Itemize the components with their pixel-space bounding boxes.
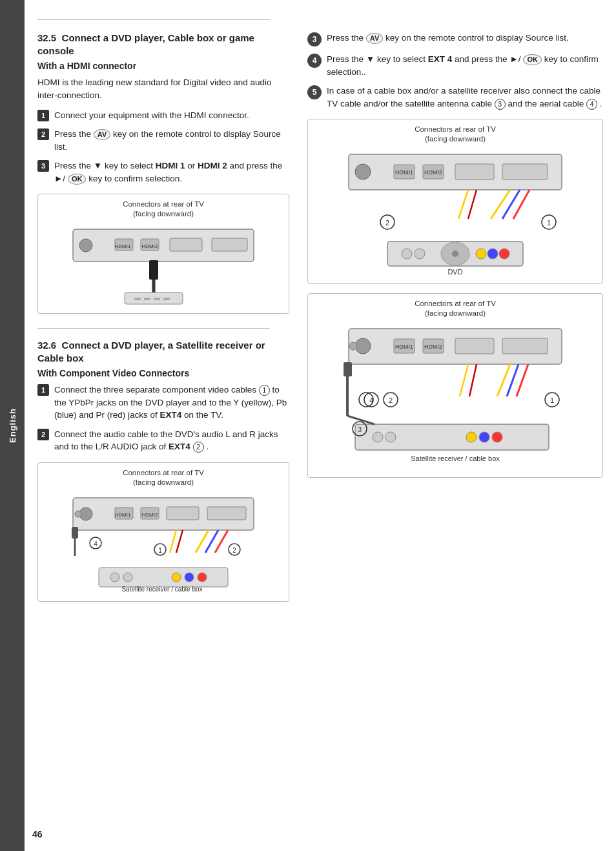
hdmi-diagram-box: Connectors at rear of TV (facing downwar… bbox=[37, 194, 289, 314]
sidebar: English bbox=[0, 0, 25, 851]
svg-line-52 bbox=[491, 190, 510, 219]
sat-right-title1: Connectors at rear of TV bbox=[415, 300, 496, 307]
circle-2: 2 bbox=[193, 442, 204, 453]
svg-text:HDMI2: HDMI2 bbox=[424, 169, 442, 176]
svg-rect-13 bbox=[154, 298, 160, 300]
svg-rect-84 bbox=[344, 362, 352, 376]
top-divider bbox=[37, 19, 270, 20]
step-5-right: 5 In case of a cable box and/or a satell… bbox=[307, 85, 603, 110]
section-32-5: 32.5 Connect a DVD player, Cable box or … bbox=[37, 32, 289, 314]
svg-line-53 bbox=[502, 190, 520, 219]
section-32-6-title: 32.6 Connect a DVD player, a Satellite r… bbox=[37, 339, 289, 364]
svg-line-99 bbox=[347, 416, 375, 424]
step-1-text: Connect your equipment with the HDMI con… bbox=[54, 109, 249, 122]
step-1-hdmi: 1 Connect your equipment with the HDMI c… bbox=[37, 109, 289, 122]
step-1-component-num: 1 bbox=[37, 384, 49, 396]
svg-rect-49 bbox=[502, 164, 548, 179]
svg-text:2: 2 bbox=[389, 396, 393, 404]
section-32-6-subtitle: With Component Video Connectors bbox=[37, 368, 289, 378]
step-2-text: Press the AV key on the remote control t… bbox=[54, 128, 289, 153]
svg-point-71 bbox=[355, 338, 371, 354]
svg-point-68 bbox=[499, 249, 509, 259]
svg-rect-8 bbox=[149, 260, 158, 280]
svg-rect-21 bbox=[207, 507, 246, 520]
section-32-6-number: 32.6 bbox=[37, 340, 56, 351]
svg-point-67 bbox=[488, 249, 498, 259]
circle-4: 4 bbox=[586, 99, 597, 110]
section-32-5-title: 32.5 Connect a DVD player, Cable box or … bbox=[37, 32, 289, 57]
dvd-diagram-title: Connectors at rear of TV (facing downwar… bbox=[314, 125, 596, 144]
step-3-num: 3 bbox=[37, 160, 49, 172]
hdmi-diagram-title-line2: (facing downward) bbox=[133, 210, 194, 218]
dvd-diag-title1: Connectors at rear of TV bbox=[415, 125, 496, 133]
section-32-5-heading: Connect a DVD player, Cable box or game … bbox=[37, 32, 254, 56]
svg-point-94 bbox=[385, 432, 396, 442]
svg-rect-12 bbox=[144, 298, 150, 300]
svg-rect-92 bbox=[355, 424, 549, 450]
section-32-6: 32.6 Connect a DVD player, a Satellite r… bbox=[37, 339, 289, 602]
step-3-right-text: Press the AV key on the remote control t… bbox=[327, 32, 569, 45]
step-3-hdmi: 3 Press the ▼ key to select HDMI 1 or HD… bbox=[37, 159, 289, 185]
step-1-component: 1 Connect the three separate component v… bbox=[37, 384, 289, 422]
satellite-diagram-title-left: Connectors at rear of TV (facing downwar… bbox=[45, 468, 282, 487]
svg-text:HDMI2: HDMI2 bbox=[424, 343, 442, 350]
section-32-5-subtitle: With a HDMI connector bbox=[37, 61, 289, 71]
svg-line-54 bbox=[513, 190, 529, 219]
hdmi-diagram-title: Connectors at rear of TV (facing downwar… bbox=[45, 200, 282, 219]
svg-point-93 bbox=[373, 432, 383, 442]
page-number: 46 bbox=[32, 829, 43, 839]
left-column: 32.5 Connect a DVD player, Cable box or … bbox=[37, 32, 289, 602]
satellite-diagram-title-right: Connectors at rear of TV (facing downwar… bbox=[314, 299, 596, 318]
svg-rect-14 bbox=[163, 298, 170, 300]
svg-line-83 bbox=[469, 364, 477, 396]
section-32-5-intro: HDMI is the leading new standard for Dig… bbox=[37, 76, 289, 103]
svg-rect-76 bbox=[502, 338, 548, 354]
svg-rect-4 bbox=[170, 238, 202, 251]
svg-text:2: 2 bbox=[385, 219, 389, 227]
dvd-diagram-box: Connectors at rear of TV (facing downwar… bbox=[307, 119, 603, 284]
svg-line-81 bbox=[517, 364, 528, 396]
svg-text:DVD: DVD bbox=[447, 268, 462, 276]
svg-point-35 bbox=[123, 573, 132, 582]
right-column: 3 Press the AV key on the remote control… bbox=[307, 32, 603, 602]
satellite-diagram-svg-right: HDMI1 HDMI2 4 2 bbox=[336, 322, 575, 471]
svg-text:HDMI1: HDMI1 bbox=[395, 169, 413, 176]
svg-text:HDMI1: HDMI1 bbox=[115, 243, 131, 249]
dvd-diagram-svg: HDMI1 HDMI2 2 1 bbox=[336, 148, 575, 277]
sat-right-title2: (facing downward) bbox=[425, 309, 486, 317]
svg-line-56 bbox=[468, 190, 477, 219]
svg-point-17 bbox=[75, 511, 81, 517]
satellite-connector-svg-left: HDMI1 HDMI2 4 bbox=[67, 491, 260, 595]
svg-point-38 bbox=[198, 573, 207, 582]
circle-3: 3 bbox=[495, 99, 506, 110]
svg-point-63 bbox=[452, 251, 458, 257]
svg-text:HDMI1: HDMI1 bbox=[115, 512, 131, 518]
svg-text:Satellite receiver / cable box: Satellite receiver / cable box bbox=[411, 455, 500, 462]
step-5-right-num: 5 bbox=[307, 85, 322, 99]
ok-btn-right: OK bbox=[523, 54, 542, 65]
step-2-component: 2 Connect the audio cable to the DVD's a… bbox=[37, 428, 289, 453]
svg-point-45 bbox=[355, 164, 371, 179]
svg-point-96 bbox=[479, 432, 489, 442]
svg-point-36 bbox=[172, 573, 181, 582]
av-button-icon: AV bbox=[94, 129, 110, 140]
ok-button-icon: OK bbox=[68, 174, 87, 185]
svg-rect-75 bbox=[455, 338, 494, 354]
step-3-right-num: 3 bbox=[307, 32, 322, 46]
step-3-right: 3 Press the AV key on the remote control… bbox=[307, 32, 603, 46]
svg-point-65 bbox=[415, 249, 425, 259]
svg-text:Satellite receiver / cable box: Satellite receiver / cable box bbox=[121, 586, 202, 593]
svg-rect-5 bbox=[212, 238, 247, 251]
step-2-num: 2 bbox=[37, 128, 49, 140]
svg-text:1: 1 bbox=[158, 547, 162, 554]
svg-point-72 bbox=[349, 342, 357, 350]
svg-point-37 bbox=[185, 573, 194, 582]
satellite-diagram-box-left: Connectors at rear of TV (facing downwar… bbox=[37, 462, 289, 602]
av-btn-right: AV bbox=[366, 33, 383, 44]
svg-rect-11 bbox=[134, 298, 141, 300]
main-content: 32.5 Connect a DVD player, Cable box or … bbox=[25, 0, 616, 621]
svg-point-64 bbox=[402, 249, 412, 259]
sidebar-language-label: English bbox=[8, 408, 17, 443]
svg-line-27 bbox=[170, 530, 176, 553]
hdmi-connector-svg: HDMI1 HDMI2 bbox=[67, 223, 260, 307]
